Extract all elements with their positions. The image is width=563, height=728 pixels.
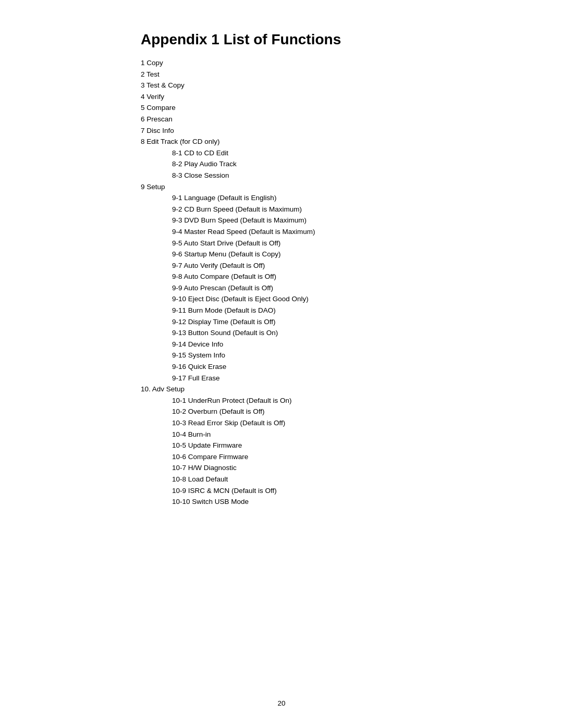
list-item: 10-8 Load Default	[172, 474, 464, 485]
list-item: 10-1 UnderRun Protect (Default is On)	[172, 395, 464, 406]
list-item: 10-6 Compare Firmware	[172, 451, 464, 463]
list-item: 9-1 Language (Default is English)	[172, 192, 464, 204]
list-item: 9-14 Device Info	[172, 339, 464, 350]
list-item: 10-4 Burn-in	[172, 429, 464, 440]
list-item: 9-5 Auto Start Drive (Default is Off)	[172, 238, 464, 249]
list-item: 9 Setup	[141, 181, 464, 193]
page-number: 20	[277, 699, 285, 707]
list-item: 3 Test & Copy	[141, 80, 464, 91]
list-item: 8-1 CD to CD Edit	[172, 147, 464, 159]
list-item: 7 Disc Info	[141, 125, 464, 137]
page-title: Appendix 1 List of Functions	[141, 31, 464, 48]
list-item: 8-2 Play Audio Track	[172, 158, 464, 170]
list-item: 9-6 Startup Menu (Default is Copy)	[172, 249, 464, 260]
list-item: 10-2 Overburn (Default is Off)	[172, 406, 464, 417]
list-item: 10-9 ISRC & MCN (Default is Off)	[172, 485, 464, 497]
content-list: 1 Copy2 Test3 Test & Copy4 Verify5 Compa…	[141, 57, 464, 508]
list-item: 1 Copy	[141, 57, 464, 69]
list-item: 10-5 Update Firmware	[172, 440, 464, 451]
list-item: 9-7 Auto Verify (Default is Off)	[172, 260, 464, 272]
list-item: 10-7 H/W Diagnostic	[172, 462, 464, 474]
list-item: 9-9 Auto Prescan (Default is Off)	[172, 282, 464, 294]
list-item: 9-11 Burn Mode (Default is DAO)	[172, 305, 464, 316]
list-item: 6 Prescan	[141, 114, 464, 125]
list-item: 9-13 Button Sound (Default is On)	[172, 327, 464, 339]
list-item: 9-4 Master Read Speed (Default is Maximu…	[172, 226, 464, 238]
list-item: 9-15 System Info	[172, 350, 464, 361]
list-item: 4 Verify	[141, 91, 464, 103]
list-item: 9-10 Eject Disc (Default is Eject Good O…	[172, 293, 464, 305]
list-item: 5 Compare	[141, 102, 464, 114]
list-item: 9-16 Quick Erase	[172, 361, 464, 373]
list-item: 9-3 DVD Burn Speed (Default is Maximum)	[172, 215, 464, 226]
page: Appendix 1 List of Functions 1 Copy2 Tes…	[78, 0, 485, 728]
list-item: 9-8 Auto Compare (Default is Off)	[172, 271, 464, 282]
list-item: 2 Test	[141, 69, 464, 80]
list-item: 10-10 Switch USB Mode	[172, 496, 464, 508]
list-item: 8-3 Close Session	[172, 170, 464, 181]
list-item: 9-12 Display Time (Default is Off)	[172, 316, 464, 328]
list-item: 9-2 CD Burn Speed (Default is Maximum)	[172, 204, 464, 215]
list-item: 9-17 Full Erase	[172, 373, 464, 384]
list-item: 8 Edit Track (for CD only)	[141, 136, 464, 147]
list-item: 10-3 Read Error Skip (Default is Off)	[172, 417, 464, 429]
list-item: 10. Adv Setup	[141, 384, 464, 395]
